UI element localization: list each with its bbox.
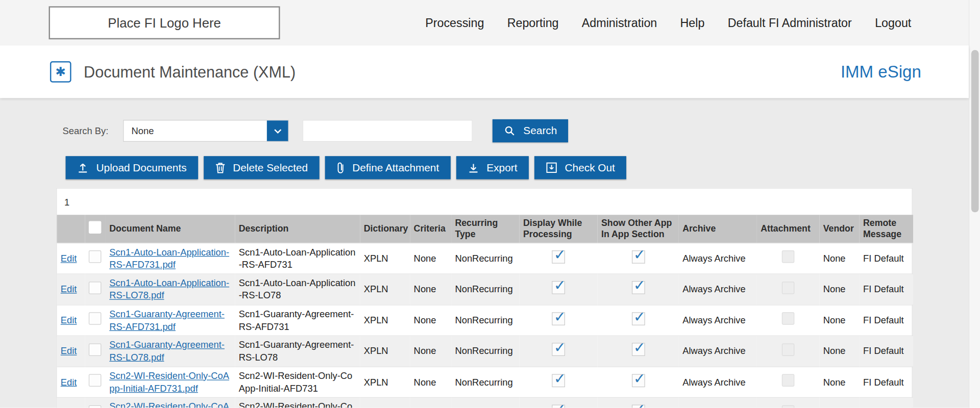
checked-indicator: ✓ — [631, 312, 645, 325]
row-select-checkbox[interactable] — [89, 374, 101, 387]
remote-message-cell: FI Default — [860, 367, 913, 398]
brand-logo: IMM eSign — [841, 62, 921, 82]
checked-indicator: ✓ — [552, 343, 565, 356]
dictionary-cell: XPLN — [360, 367, 410, 398]
edit-link[interactable]: Edit — [61, 252, 77, 263]
row-select-checkbox[interactable] — [89, 343, 101, 355]
criteria-cell: None — [410, 305, 451, 336]
row-select-checkbox[interactable] — [89, 405, 101, 407]
vendor-cell: None — [819, 243, 859, 274]
check-icon: ✓ — [633, 338, 646, 358]
define-attachment-button[interactable]: Define Attachment — [325, 156, 450, 179]
document-name-link[interactable]: Scn2-WI-Resident-Only-CoApp-Signature2-A… — [109, 401, 229, 407]
vendor-cell: None — [819, 305, 859, 336]
archive-cell: Always Archive — [679, 397, 757, 407]
document-name-link[interactable]: Scn1-Guaranty-Agreement-RS-LO78.pdf — [109, 339, 225, 363]
check-icon: ✓ — [554, 369, 566, 388]
search-by-dropdown-value: None — [124, 120, 267, 141]
search-button[interactable]: Search — [493, 119, 568, 142]
select-all-checkbox[interactable] — [89, 221, 101, 234]
archive-cell: Always Archive — [679, 305, 757, 336]
show-other-app-cell: ✓ — [598, 243, 679, 274]
edit-link[interactable]: Edit — [61, 345, 77, 356]
column-header-description: Description — [235, 215, 360, 243]
dictionary-cell: XPLN — [360, 336, 410, 367]
attachment-checkbox — [782, 250, 794, 263]
page-number[interactable]: 1 — [62, 195, 72, 209]
column-header-document_name: Document Name — [106, 215, 235, 243]
check-icon: ✓ — [633, 276, 646, 295]
remote-message-cell: FI Default — [860, 243, 913, 274]
vendor-cell: None — [819, 336, 859, 367]
nav-item-administration[interactable]: Administration — [582, 16, 657, 30]
document-name-link[interactable]: Scn1-Auto-Loan-Application-RS-LO78.pdf — [109, 277, 229, 301]
nav-item-logout[interactable]: Logout — [875, 16, 911, 30]
nav-item-processing[interactable]: Processing — [425, 16, 484, 30]
check-out-icon — [546, 162, 557, 173]
document-name-link[interactable]: Scn2-WI-Resident-Only-CoApp-Initial-AFD7… — [109, 370, 229, 394]
recurring-type-cell: NonRecurring — [451, 243, 519, 274]
title-bar: ✱ Document Maintenance (XML) IMM eSign — [0, 45, 969, 98]
content-area: Search By: None Search — [0, 98, 969, 407]
export-button[interactable]: Export — [456, 156, 528, 179]
column-header-attachment: Attachment — [757, 215, 819, 243]
column-header-select — [85, 215, 106, 243]
column-header-dictionary: Dictionary — [360, 215, 410, 243]
recurring-type-cell: NonRecurring — [451, 336, 519, 367]
document-name-link[interactable]: Scn1-Auto-Loan-Application-RS-AFD731.pdf — [109, 246, 229, 270]
check-icon: ✓ — [554, 307, 566, 326]
dropdown-toggle-button[interactable] — [267, 120, 288, 141]
paperclip-icon — [336, 162, 345, 174]
vendor-cell: None — [819, 367, 859, 398]
table-row: EditScn2-WI-Resident-Only-CoApp-Signatur… — [57, 397, 913, 407]
search-by-dropdown[interactable]: None — [124, 120, 289, 142]
column-header-remote_message: Remote Message — [860, 215, 913, 243]
edit-link[interactable]: Edit — [61, 284, 77, 294]
fi-logo-placeholder: Place FI Logo Here — [49, 6, 280, 39]
show-other-app-cell: ✓ — [598, 367, 679, 398]
scrollbar-thumb[interactable] — [971, 50, 979, 212]
checked-indicator: ✓ — [631, 374, 645, 387]
row-select-checkbox[interactable] — [89, 250, 101, 263]
row-select-checkbox[interactable] — [89, 282, 101, 294]
attachment-checkbox — [782, 405, 794, 407]
checked-indicator: ✓ — [552, 312, 565, 325]
check-icon: ✓ — [633, 307, 646, 326]
checked-indicator: ✓ — [631, 250, 645, 264]
documents-table-card: 1 Document NameDescriptionDictionaryCrit… — [56, 188, 913, 408]
description-cell: Scn2-WI-Resident-Only-CoApp-Initial-AFD7… — [235, 367, 360, 398]
attachment-checkbox — [782, 343, 794, 355]
row-select-checkbox[interactable] — [89, 312, 101, 324]
document-name-link[interactable]: Scn1-Guaranty-Agreement-RS-AFD731.pdf — [109, 308, 225, 332]
criteria-cell: None — [410, 243, 451, 274]
nav-item-help[interactable]: Help — [680, 16, 705, 30]
upload-documents-button[interactable]: Upload Documents — [66, 156, 198, 179]
search-input[interactable] — [303, 120, 473, 142]
attachment-checkbox — [782, 282, 794, 294]
checked-indicator: ✓ — [552, 374, 565, 387]
documents-table: Document NameDescriptionDictionaryCriter… — [57, 215, 913, 407]
button-label: Check Out — [565, 162, 615, 174]
nav-item-default-fi-administrator[interactable]: Default FI Administrator — [728, 16, 852, 30]
fi-logo-text: Place FI Logo Here — [108, 15, 221, 30]
dictionary-cell: XPLN — [360, 274, 410, 305]
description-cell: Scn1-Guaranty-Agreement-RS-AFD731 — [235, 305, 360, 336]
check-icon: ✓ — [633, 400, 646, 408]
vertical-scrollbar[interactable] — [969, 0, 980, 408]
recurring-type-cell: NonRecurring — [451, 274, 519, 305]
check-icon: ✓ — [633, 245, 646, 265]
trash-icon — [215, 162, 226, 173]
attachment-checkbox — [782, 312, 794, 324]
edit-link[interactable]: Edit — [61, 315, 77, 325]
nav-item-reporting[interactable]: Reporting — [507, 16, 559, 30]
archive-cell: Always Archive — [679, 367, 757, 398]
delete-selected-button[interactable]: Delete Selected — [204, 156, 320, 179]
archive-cell: Always Archive — [679, 274, 757, 305]
column-header-criteria: Criteria — [410, 215, 451, 243]
table-row: EditScn1-Guaranty-Agreement-RS-AFD731.pd… — [57, 305, 913, 336]
check-out-button[interactable]: Check Out — [534, 156, 626, 179]
edit-link[interactable]: Edit — [61, 407, 77, 408]
check-icon: ✓ — [554, 338, 566, 358]
edit-link[interactable]: Edit — [61, 376, 77, 387]
description-cell: Scn2-WI-Resident-Only-CoApp-Signature2-A… — [235, 397, 360, 407]
